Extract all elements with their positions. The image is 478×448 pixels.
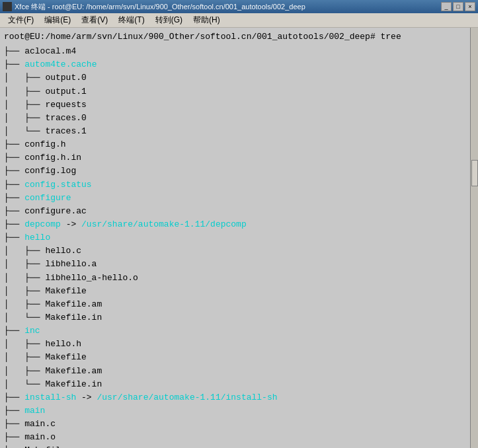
window-controls[interactable]: _ □ ×: [441, 2, 475, 11]
menubar: 文件(F) 编辑(E) 查看(V) 终端(T) 转到(G) 帮助(H): [0, 13, 478, 28]
title-bar: Xfce 终端 - root@EU: /home/arm/svn/Linux/9…: [0, 0, 478, 13]
maximize-button[interactable]: □: [453, 2, 463, 11]
menu-terminal[interactable]: 终端(T): [113, 13, 149, 27]
tree-output: ├── aclocal.m4 ├── autom4te.cache │ ├── …: [4, 45, 474, 448]
menu-help[interactable]: 帮助(H): [188, 13, 225, 27]
scrollbar-thumb[interactable]: [471, 160, 478, 186]
scrollbar[interactable]: [470, 28, 478, 448]
prompt-line: root@EU:/home/arm/svn/Linux/900_Other/so…: [4, 30, 474, 44]
line-1: ├── aclocal.m4 ├── autom4te.cache │ ├── …: [4, 46, 278, 448]
close-button[interactable]: ×: [465, 2, 475, 11]
window-title: Xfce 终端 - root@EU: /home/arm/svn/Linux/9…: [15, 2, 305, 12]
minimize-button[interactable]: _: [441, 2, 452, 11]
app-icon: [3, 2, 12, 11]
terminal-body[interactable]: root@EU:/home/arm/svn/Linux/900_Other/so…: [0, 28, 478, 448]
menu-goto[interactable]: 转到(G): [150, 13, 188, 27]
menu-edit[interactable]: 编辑(E): [39, 13, 76, 27]
menu-file[interactable]: 文件(F): [3, 13, 39, 27]
menu-view[interactable]: 查看(V): [76, 13, 113, 27]
